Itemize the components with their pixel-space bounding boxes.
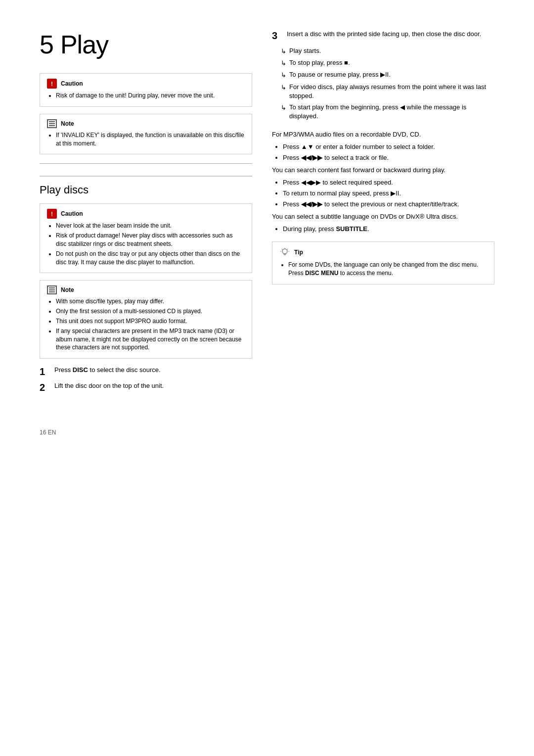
step3-item-0-text: Play starts.	[289, 47, 321, 55]
page-number: 16 EN	[40, 429, 56, 436]
arrow-sym-3: ↳	[281, 83, 286, 92]
arrow-sym-4: ↳	[281, 103, 286, 112]
step-3-text: Insert a disc with the printed side faci…	[287, 30, 481, 39]
search-bullet-2: Press ◀◀/▶▶ to select the previous or ne…	[283, 200, 494, 209]
step3-item-3-text: For video discs, play always resumes fro…	[289, 83, 494, 100]
mp3-intro: For MP3/WMA audio files on a recordable …	[272, 130, 494, 140]
svg-line-5	[282, 249, 283, 250]
step3-item-2: ↳ To pause or resume play, press ▶II.	[281, 70, 494, 80]
step3-item-4: ↳ To start play from the beginning, pres…	[281, 103, 494, 121]
note-label-2: Note	[61, 286, 74, 293]
step3-item-0: ↳ Play starts.	[281, 47, 494, 56]
note-item-2-2: This unit does not support MP3PRO audio …	[56, 317, 245, 326]
search-bullet-0: Press ◀◀▶▶ to select required speed.	[283, 178, 494, 187]
note-item-2-3: If any special characters are present in…	[56, 327, 245, 352]
note-box-2: Note With some disc/file types, play may…	[40, 280, 252, 359]
divider-1	[40, 163, 252, 164]
note-item: If 'INVALID KEY' is displayed, the funct…	[56, 131, 245, 148]
arrow-sym-0: ↳	[281, 47, 286, 56]
step-3-num: 3	[272, 29, 283, 43]
caution-list-1: Risk of damage to the unit! During play,…	[47, 92, 245, 100]
step-1-text: Press DISC to select the disc source.	[54, 366, 161, 375]
svg-line-4	[287, 249, 288, 250]
mp3-bullet-1: Press ◀◀/▶▶ to select a track or file.	[283, 153, 494, 162]
subtitle-bullet-0: During play, press SUBTITLE.	[283, 225, 494, 234]
mp3-section: For MP3/WMA audio files on a recordable …	[272, 130, 494, 234]
step-1-num: 1	[40, 365, 50, 378]
note-list-1: If 'INVALID KEY' is displayed, the funct…	[47, 131, 245, 148]
tip-item-0: For some DVDs, the language can only be …	[288, 261, 487, 278]
step3-item-1-text: To stop play, press ■.	[289, 58, 350, 67]
arrow-sym-1: ↳	[281, 59, 286, 68]
step-3-header-row: 3 Insert a disc with the printed side fa…	[272, 30, 494, 43]
caution-icon-2: !	[47, 209, 57, 219]
step-2-num: 2	[40, 380, 50, 394]
step3-item-2-text: To pause or resume play, press ▶II.	[289, 70, 391, 79]
search-bullets: Press ◀◀▶▶ to select required speed. To …	[272, 178, 494, 209]
search-text: You can search content fast forward or b…	[272, 165, 494, 175]
caution-list-2: Never look at the laser beam inside the …	[47, 222, 245, 266]
step-1: 1 Press DISC to select the disc source.	[40, 366, 252, 378]
tip-box: Tip For some DVDs, the language can only…	[272, 241, 494, 284]
note-label-1: Note	[61, 120, 74, 127]
step3-item-1: ↳ To stop play, press ■.	[281, 58, 494, 68]
note-list-2: With some disc/file types, play may diff…	[47, 297, 245, 352]
chapter-title: 5Play	[40, 30, 252, 59]
caution-label-1: Caution	[61, 80, 83, 87]
step-3-items: ↳ Play starts. ↳ To stop play, press ■. …	[281, 47, 494, 121]
right-column: 3 Insert a disc with the printed side fa…	[272, 30, 494, 399]
note-item-2-0: With some disc/file types, play may diff…	[56, 297, 245, 306]
step3-item-4-text: To start play from the beginning, press …	[289, 103, 494, 121]
note-box-1: Note If 'INVALID KEY' is displayed, the …	[40, 114, 252, 155]
caution-icon-1: !	[47, 79, 57, 89]
tip-icon	[279, 247, 290, 258]
page-footer: 16 EN	[40, 429, 494, 436]
caution-label-2: Caution	[61, 210, 83, 217]
caution-item-2-2: Do not push on the disc tray or put any …	[56, 250, 245, 267]
note-item-2-1: Only the first session of a multi-sessio…	[56, 307, 245, 316]
step-3-block: 3 Insert a disc with the printed side fa…	[272, 30, 494, 121]
note-icon-1	[47, 119, 57, 128]
step3-item-3: ↳ For video discs, play always resumes f…	[281, 83, 494, 100]
note-icon-2	[47, 285, 57, 294]
step-2: 2 Lift the disc door on the top of the u…	[40, 381, 252, 394]
caution-box-2: ! Caution Never look at the laser beam i…	[40, 203, 252, 273]
svg-point-0	[282, 249, 287, 254]
step-2-text: Lift the disc door on the top of the uni…	[54, 381, 164, 390]
tip-svg	[280, 247, 290, 257]
step-list: 1 Press DISC to select the disc source. …	[40, 366, 252, 394]
caution-item-2-0: Never look at the laser beam inside the …	[56, 222, 245, 230]
caution-box-1: ! Caution Risk of damage to the unit! Du…	[40, 73, 252, 107]
subtitle-text: You can select a subtitle language on DV…	[272, 212, 494, 222]
mp3-bullet-0: Press ▲▼ or enter a folder number to sel…	[283, 142, 494, 151]
left-column: 5Play ! Caution Risk of damage to the un…	[40, 30, 252, 399]
search-bullet-1: To return to normal play speed, press ▶I…	[283, 189, 494, 198]
mp3-bullets-1: Press ▲▼ or enter a folder number to sel…	[272, 142, 494, 162]
caution-item-2-1: Risk of product damage! Never play discs…	[56, 232, 245, 248]
tip-list: For some DVDs, the language can only be …	[279, 261, 487, 278]
section-title-play-discs: Play discs	[40, 176, 252, 196]
caution-item: Risk of damage to the unit! During play,…	[56, 92, 245, 100]
tip-label: Tip	[294, 249, 303, 256]
subtitle-bullets: During play, press SUBTITLE.	[272, 225, 494, 234]
arrow-sym-2: ↳	[281, 71, 286, 80]
